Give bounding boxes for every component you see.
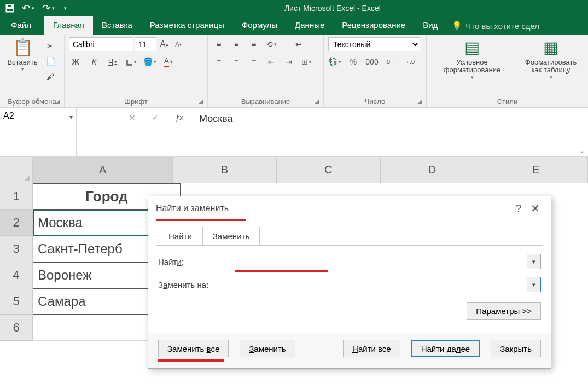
- decrease-indent-button[interactable]: ⇤: [265, 55, 278, 68]
- ribbon: 📋 Вставить ▾ ✂ 📄 🖌 Буфер обмена◢ A▴ A▾ Ж: [0, 35, 588, 108]
- dialog-close-button[interactable]: ✕: [527, 202, 543, 215]
- fx-button[interactable]: ƒx: [175, 113, 183, 122]
- paste-label: Вставить: [7, 59, 37, 67]
- close-button[interactable]: Закрыть: [491, 340, 541, 357]
- row-header-1[interactable]: 1: [0, 183, 33, 210]
- tab-view[interactable]: Вид: [414, 16, 446, 35]
- tab-formulas[interactable]: Формулы: [233, 16, 286, 35]
- replace-input[interactable]: [224, 277, 527, 292]
- dialog-help-button[interactable]: ?: [510, 203, 527, 214]
- italic-button[interactable]: К: [88, 55, 101, 68]
- row-header-5[interactable]: 5: [0, 288, 33, 315]
- row-header-2[interactable]: 2: [0, 210, 33, 236]
- find-all-button[interactable]: Найти все: [343, 340, 400, 357]
- tab-pagelayout[interactable]: Разметка страницы: [141, 16, 233, 35]
- align-top-button[interactable]: ≡: [212, 38, 225, 51]
- dialog-tab-replace[interactable]: Заменить: [202, 227, 260, 246]
- orientation-button[interactable]: ⟲: [265, 38, 278, 51]
- replace-button[interactable]: Заменить: [240, 340, 295, 357]
- redo-button[interactable]: ↷▾: [42, 2, 55, 14]
- annotation-underline: [156, 219, 246, 221]
- align-right-button[interactable]: ≡: [247, 55, 260, 68]
- font-size-combo[interactable]: [135, 37, 156, 51]
- row-headers: 1 2 3 4 5 6: [0, 183, 33, 341]
- copy-button[interactable]: 📄: [44, 55, 57, 68]
- cancel-formula-button[interactable]: ✕: [129, 113, 136, 122]
- find-input[interactable]: [224, 254, 527, 269]
- group-alignment: ≡ ≡ ≡ ⟲ ↩ ≡ ≡ ≡ ⇤ ⇥ ⊞ Выравнивание◢: [208, 35, 324, 107]
- dialog-tabs: Найти Заменить: [158, 227, 551, 246]
- dialog-launcher-icon[interactable]: ◢: [199, 98, 203, 105]
- select-all-button[interactable]: [0, 157, 33, 183]
- dialog-launcher-icon[interactable]: ◢: [315, 98, 319, 105]
- tab-home[interactable]: Главная: [44, 16, 93, 35]
- row-header-6[interactable]: 6: [0, 315, 33, 341]
- quick-access-toolbar: ↶▾ ↷▾ ▾ Лист Microsoft Excel - Excel: [0, 0, 588, 16]
- accounting-format-button[interactable]: 💱: [328, 55, 341, 68]
- formula-input[interactable]: Москва ⌄: [191, 108, 588, 156]
- name-box-input[interactable]: [3, 111, 69, 121]
- align-bottom-button[interactable]: ≡: [247, 38, 260, 51]
- dialog-launcher-icon[interactable]: ◢: [417, 98, 422, 105]
- conditional-formatting-button[interactable]: ▤ Условное форматирование▾: [431, 37, 513, 80]
- group-label-alignment: Выравнивание◢: [212, 96, 319, 106]
- column-header-B[interactable]: B: [173, 157, 277, 183]
- undo-button[interactable]: ↶▾: [22, 2, 34, 14]
- format-painter-button[interactable]: 🖌: [44, 70, 57, 83]
- find-dropdown-button[interactable]: ▾: [527, 254, 541, 269]
- options-button[interactable]: Параметры >>: [467, 302, 541, 320]
- window-title: Лист Microsoft Excel - Excel: [284, 4, 381, 13]
- tab-file[interactable]: Файл: [2, 16, 44, 35]
- customize-qat-button[interactable]: ▾: [62, 5, 67, 11]
- merge-button[interactable]: ⊞: [300, 55, 313, 68]
- replace-combo: ▾: [224, 277, 541, 292]
- dialog-titlebar: Найти и заменить ? ✕: [148, 196, 551, 217]
- name-box[interactable]: ▾: [0, 108, 77, 156]
- enter-formula-button[interactable]: ✓: [152, 113, 159, 122]
- align-middle-button[interactable]: ≡: [230, 38, 243, 51]
- decrease-font-button[interactable]: A▾: [172, 38, 185, 51]
- replace-dropdown-button[interactable]: ▾: [527, 277, 541, 292]
- tab-review[interactable]: Рецензирование: [333, 16, 414, 35]
- expand-formula-bar-button[interactable]: ⌄: [579, 147, 585, 154]
- tell-me-search[interactable]: 💡 Что вы хотите сдел: [452, 16, 539, 35]
- column-header-A[interactable]: A: [33, 157, 173, 183]
- align-center-button[interactable]: ≡: [230, 55, 243, 68]
- increase-decimal-button[interactable]: .0→: [384, 55, 397, 68]
- percent-button[interactable]: %: [347, 55, 360, 68]
- cut-button[interactable]: ✂: [44, 39, 57, 53]
- replace-all-button[interactable]: Заменить все: [158, 340, 229, 357]
- number-format-combo[interactable]: Текстовый: [328, 37, 420, 51]
- conditional-formatting-icon: ▤: [464, 38, 480, 57]
- chevron-down-icon[interactable]: ▾: [69, 113, 73, 121]
- find-combo: ▾: [224, 254, 541, 269]
- tell-me-placeholder: Что вы хотите сдел: [465, 21, 539, 31]
- column-header-D[interactable]: D: [381, 157, 485, 183]
- tab-insert[interactable]: Вставка: [93, 16, 141, 35]
- borders-button[interactable]: ▦: [125, 55, 138, 68]
- font-name-combo[interactable]: [69, 37, 133, 51]
- paste-button[interactable]: 📋 Вставить ▾: [4, 37, 40, 72]
- row-header-3[interactable]: 3: [0, 236, 33, 262]
- find-next-button[interactable]: Найти далее: [411, 340, 480, 357]
- format-as-table-button[interactable]: ▦ Форматировать как таблицу▾: [521, 37, 581, 80]
- comma-style-button[interactable]: 000: [365, 55, 379, 68]
- increase-font-button[interactable]: A▴: [158, 38, 171, 51]
- fill-color-button[interactable]: 🪣: [143, 55, 156, 68]
- underline-button[interactable]: Ч: [106, 55, 119, 68]
- font-color-button[interactable]: A: [162, 55, 175, 68]
- ribbon-tabs: Файл Главная Вставка Разметка страницы Ф…: [0, 16, 588, 35]
- tab-data[interactable]: Данные: [286, 16, 333, 35]
- wrap-text-button[interactable]: ↩: [292, 38, 305, 51]
- align-left-button[interactable]: ≡: [212, 55, 225, 68]
- increase-indent-button[interactable]: ⇥: [282, 55, 295, 68]
- dialog-tab-find[interactable]: Найти: [158, 227, 202, 246]
- bold-button[interactable]: Ж: [69, 55, 82, 68]
- column-header-E[interactable]: E: [484, 157, 588, 183]
- annotation-underline: [158, 359, 224, 362]
- column-header-C[interactable]: C: [277, 157, 381, 183]
- decrease-decimal-button[interactable]: →.0: [403, 55, 416, 68]
- dialog-launcher-icon[interactable]: ◢: [55, 98, 60, 105]
- row-header-4[interactable]: 4: [0, 262, 33, 288]
- save-button[interactable]: [5, 4, 14, 13]
